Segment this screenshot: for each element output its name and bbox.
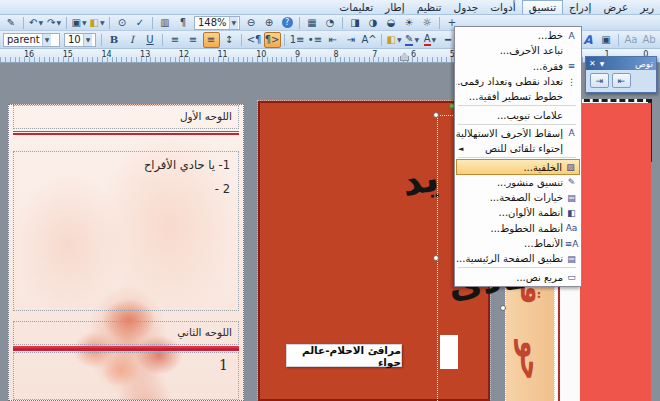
font-name-combo[interactable]: parent ▼	[3, 33, 60, 47]
text-box-heading-bottom[interactable]: اللوحه الثاني	[13, 321, 239, 345]
break-text-box-link-button[interactable]: ⇤	[612, 73, 631, 88]
text-box-number[interactable]: 1	[13, 352, 239, 400]
chevron-down-icon[interactable]: ▼	[42, 34, 52, 46]
chevron-down-icon[interactable]: ▼	[600, 60, 605, 67]
chevron-down-icon[interactable]: ▼	[432, 36, 437, 43]
format-menu-item[interactable]: ◧أنظمة الألوان...	[456, 205, 580, 220]
rtl-paragraph-button[interactable]: ¶>	[264, 32, 281, 48]
menu-item[interactable]: عرض	[597, 0, 634, 14]
format-menu-item[interactable]: تباعد الأحرف...	[456, 43, 580, 58]
paste-options-button[interactable]: ▣▼	[71, 16, 88, 30]
more-contrast-icon[interactable]: ◑	[365, 16, 382, 30]
chevron-down-icon[interactable]: ▼	[56, 19, 61, 26]
spelling-icon[interactable]: ✓	[132, 16, 149, 30]
format-menu-item[interactable]: إحتواء تلقائي للنص◄	[456, 141, 580, 156]
line-color-button[interactable]: ✎▼	[404, 32, 421, 48]
character-style-icon[interactable]: Ab	[641, 32, 658, 48]
fill-color-button[interactable]: ◧▼	[386, 32, 403, 48]
help-icon[interactable]: ?	[279, 16, 296, 30]
zoom-in-button[interactable]: ⊕	[261, 16, 278, 30]
format-menu-item[interactable]: علامات تبويب...	[456, 107, 580, 122]
font-size-combo[interactable]: 10 ▼	[64, 33, 96, 47]
line-spacing-button[interactable]: ↕	[221, 32, 238, 48]
align-right-button[interactable]: ≡	[203, 32, 220, 48]
menu-item[interactable]: رير	[634, 0, 660, 14]
bullets-button[interactable]: •≡	[307, 32, 324, 48]
ruler-number: 9	[295, 50, 300, 59]
resize-handle[interactable]	[500, 305, 506, 311]
format-menu-item[interactable]: ▤تطبيق الصفحة الرئيسية...	[456, 251, 580, 266]
text-box-heading-top[interactable]: اللوحه الأول	[13, 105, 239, 129]
chevron-down-icon[interactable]: ▼	[397, 36, 402, 43]
create-text-box-link-button[interactable]: ⇥	[590, 73, 609, 88]
menu-item[interactable]: تعليمات	[333, 0, 379, 14]
show-paragraph-marks-icon[interactable]: ¶	[175, 16, 192, 30]
columns-icon[interactable]: ▥	[157, 16, 174, 30]
text-box-list[interactable]: 1- يا حادي الأفراح 2 -	[13, 151, 239, 311]
ltr-paragraph-button[interactable]: <¶	[246, 32, 263, 48]
align-left-button[interactable]: ≡	[167, 32, 184, 48]
grow-font-button[interactable]: A^	[361, 32, 378, 48]
picture-frame-icon[interactable]: ▣	[598, 32, 615, 48]
format-menu-item[interactable]: Aإسقاط الأحرف الاستهلالية...	[456, 126, 580, 141]
align-center-button[interactable]: ≡	[185, 32, 202, 48]
floating-toolbar[interactable]: توص ▼ ✕ ⇥⇤	[585, 56, 657, 93]
numbering-button[interactable]: 1≡	[289, 32, 306, 48]
menu-item[interactable]: تنظيم	[411, 0, 448, 14]
increase-indent-button[interactable]: ⇥	[343, 32, 360, 48]
menu-item[interactable]: جدول	[448, 0, 485, 14]
chevron-down-icon[interactable]: ▼	[229, 17, 239, 29]
color-mode-icon[interactable]: ◔	[322, 16, 339, 30]
chevron-down-icon[interactable]: ▼	[100, 19, 105, 26]
font-color-button[interactable]: A▼	[422, 32, 439, 48]
page-left-panel[interactable]: اللوحه الأول 1- يا حادي الأفراح 2 - اللو…	[8, 104, 244, 401]
format-menu-item[interactable]: ≡فقرة...	[456, 59, 580, 74]
format-menu-item[interactable]: Aaأنظمة الخطوط...	[456, 221, 580, 236]
calligraphy-top[interactable]: يد	[398, 155, 441, 205]
format-menu-item[interactable]: A≡الأنماط...	[456, 236, 580, 251]
decrease-indent-button[interactable]: ⇤	[325, 32, 342, 48]
chevron-down-icon[interactable]: ▼	[83, 34, 93, 46]
less-contrast-icon[interactable]: ◒	[383, 16, 400, 30]
font-schemes-icon[interactable]: Aa	[623, 32, 640, 48]
menu-item-label: علامات تبويب...	[456, 110, 563, 121]
red-page-area[interactable]	[580, 103, 651, 401]
menu-item[interactable]: أدوات	[484, 0, 521, 14]
format-menu-item[interactable]: Aخط...	[456, 28, 580, 43]
chevron-down-icon[interactable]: ▼	[414, 36, 419, 43]
ruler-number: 6	[411, 50, 416, 59]
underline-button[interactable]: U	[142, 32, 159, 48]
italic-button[interactable]: I	[124, 32, 141, 48]
menu-item[interactable]: إدراج	[563, 0, 597, 14]
resize-handle[interactable]	[433, 255, 439, 261]
floating-toolbar-titlebar[interactable]: توص ▼ ✕	[586, 57, 656, 70]
menu-item-label: خط...	[456, 30, 563, 41]
undo-button[interactable]: ↶▼	[28, 16, 45, 30]
format-menu-item[interactable]: خطوط تسطير أفقية...	[456, 89, 580, 104]
zoom-out-button[interactable]: ⊖	[243, 16, 260, 30]
bold-button[interactable]: B	[106, 32, 123, 48]
less-brightness-icon[interactable]: ☼	[419, 16, 436, 30]
resize-handle[interactable]	[433, 112, 439, 118]
menu-item[interactable]: تنسيق	[522, 0, 563, 14]
web-page-preview-icon[interactable]: ⊙	[114, 16, 131, 30]
wordart-icon[interactable]: A	[580, 32, 597, 48]
caption-text-box[interactable]: مرافئ الاحلام-عالم حواء	[286, 344, 402, 367]
format-menu-item[interactable]: ✎تنسيق منشور...	[456, 175, 580, 190]
format-menu-item[interactable]: ⋮تعداد نقطي وتعداد رقمي...	[456, 74, 580, 89]
format-menu-item[interactable]: ▨الخلفية...	[456, 159, 580, 174]
chevron-down-icon[interactable]: ▼	[82, 19, 87, 26]
picture-icon[interactable]: ▦	[304, 16, 321, 30]
close-icon[interactable]: ✕	[589, 59, 596, 68]
format-menu-item[interactable]: ▤خيارات الصفحة...	[456, 190, 580, 205]
fill-color-button[interactable]: ◧▼	[89, 16, 106, 30]
chevron-down-icon[interactable]: ▼	[38, 19, 43, 26]
zoom-combo[interactable]: 148%▼	[194, 16, 240, 30]
redo-button[interactable]: ↷▼	[46, 16, 63, 30]
format-painter-icon[interactable]: ✎	[3, 16, 20, 30]
menu-item-icon: A	[563, 29, 580, 43]
format-menu-item[interactable]: ▭مربع نص...	[456, 269, 580, 284]
more-brightness-icon[interactable]: ☀	[401, 16, 418, 30]
set-transparent-color-icon[interactable]: ◨	[347, 16, 364, 30]
menu-item[interactable]: إطار	[379, 0, 411, 14]
